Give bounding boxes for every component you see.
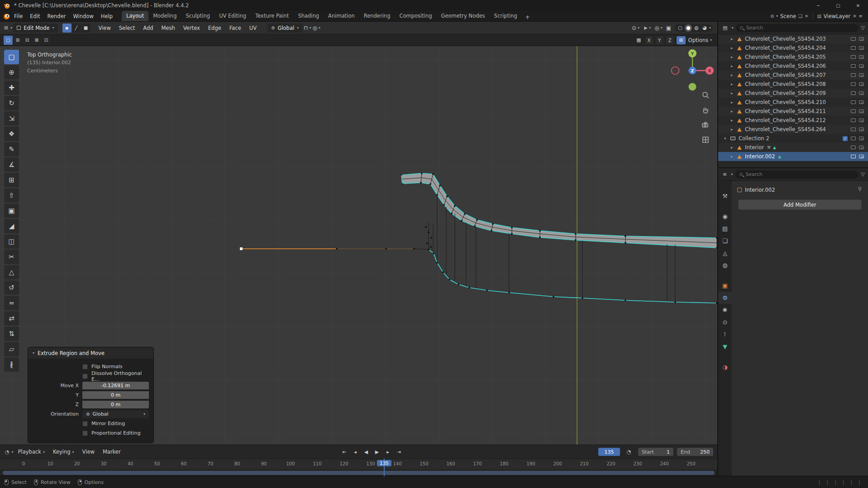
outliner-search[interactable]	[736, 24, 858, 32]
outliner-row[interactable]: ▸ Interior ⚒ ▲ ✓	[718, 143, 868, 152]
timeline-menu[interactable]: Marker▾	[99, 448, 124, 456]
proportional-editing-icon[interactable]: ◎▾	[313, 25, 321, 31]
topbar-menu[interactable]: Edit	[26, 12, 43, 20]
workspace-tab[interactable]: Geometry Nodes	[437, 11, 490, 21]
visibility-icon[interactable]: ⊙▾	[632, 25, 639, 31]
gizmo-y-negative[interactable]	[689, 83, 696, 91]
tool-bevel[interactable]: ◢	[4, 219, 19, 233]
tab-world[interactable]: ◍	[718, 259, 732, 271]
mirror-axis-toggle[interactable]: X	[645, 36, 653, 44]
expand-chevron-icon[interactable]: ▸	[731, 73, 737, 77]
pan-hand-icon[interactable]	[700, 104, 711, 115]
add-workspace-button[interactable]: +	[522, 13, 534, 21]
expand-chevron-icon[interactable]: ▸	[731, 46, 737, 50]
hide-in-viewport-icon[interactable]	[851, 64, 856, 68]
material-shading[interactable]: ◍	[693, 24, 700, 32]
select-invert[interactable]: ⊠	[32, 36, 41, 45]
tool-select-box[interactable]: ▢	[4, 50, 19, 64]
tool-loop-cut[interactable]: ◫	[4, 234, 19, 249]
viewport-menu[interactable]: View	[95, 24, 114, 32]
next-keyframe-button[interactable]: ▸	[383, 447, 393, 457]
vertex-select-mode[interactable]: ▪	[62, 24, 72, 33]
outliner-row[interactable]: ▸ Chevrolet_Chevelle_SS454.209 ⚒ ▲ ✓	[718, 89, 868, 98]
outliner-row[interactable]: ▸ Interior.002 ⚒ ▲ ✓	[718, 152, 868, 161]
disable-in-render-icon[interactable]	[859, 128, 864, 131]
expand-chevron-icon[interactable]: ▸	[731, 100, 737, 104]
gizmo-x-negative[interactable]	[672, 67, 679, 75]
operator-panel-header[interactable]: ▾ Extrude Region and Move	[28, 347, 153, 359]
workspace-tab[interactable]: Texture Paint	[251, 11, 293, 21]
move-value-field[interactable]: 0 m	[82, 401, 149, 408]
close-button[interactable]: ✕	[848, 0, 868, 11]
hide-in-viewport-icon[interactable]	[851, 46, 856, 50]
viewport-menu[interactable]: Select	[115, 24, 138, 32]
overlays-icon[interactable]: ◎▾	[654, 25, 663, 31]
viewport-menu[interactable]: UV	[246, 24, 260, 32]
start-frame-field[interactable]: Start 1	[638, 448, 673, 456]
select-subtract[interactable]: ⊟	[23, 36, 32, 45]
proportional-editing-checkbox[interactable]	[82, 431, 88, 436]
viewlayer-selector[interactable]: ViewLayer	[824, 13, 850, 19]
outliner-row[interactable]: ▸ Chevrolet_Chevelle_SS454.210 ⚒ ▲ ✓	[718, 98, 868, 107]
editor-type-icon[interactable]: ⊞	[3, 25, 10, 31]
outliner-row[interactable]: ▸ Chevrolet_Chevelle_SS454.212 ⚒ ▲ ✓	[718, 116, 868, 125]
disable-in-render-icon[interactable]	[859, 64, 864, 68]
tool-scale[interactable]: ⇲	[4, 111, 19, 126]
expand-chevron-icon[interactable]: ▸	[731, 109, 737, 114]
tool-measure[interactable]: ∡	[4, 157, 19, 172]
tool-move[interactable]: ✚	[4, 81, 19, 95]
end-frame-field[interactable]: End 250	[677, 448, 713, 456]
outliner-search-input[interactable]	[746, 25, 854, 31]
disable-in-render-icon[interactable]	[859, 55, 864, 59]
maximize-button[interactable]: ▢	[828, 0, 848, 11]
edge-select-mode[interactable]: ╱	[72, 24, 81, 33]
tool-cursor[interactable]: ⊕	[4, 65, 19, 80]
topbar-menu[interactable]: Render	[44, 12, 70, 20]
viewport-menu[interactable]: Mesh	[158, 24, 179, 32]
scene-chevron-icon[interactable]: ▾	[776, 14, 778, 18]
mesh-lower-edge[interactable]	[429, 250, 717, 303]
filter-funnel-icon[interactable]: ▽	[861, 25, 865, 31]
timeline-menu[interactable]: View▾	[79, 448, 98, 456]
expand-chevron-icon[interactable]: ▸	[731, 154, 737, 159]
grid-ortho-icon[interactable]	[700, 134, 711, 145]
breadcrumb-object-name[interactable]: Interior.002	[745, 187, 775, 193]
tab-physics[interactable]: ⊙	[718, 316, 732, 328]
select-intersect[interactable]: ⊡	[42, 36, 51, 45]
orientation-dropdown[interactable]: ⊕ Global ▾	[82, 410, 149, 418]
tool-spin[interactable]: ↺	[4, 280, 19, 295]
navigation-gizmo[interactable]: Y X Z	[670, 47, 715, 94]
pin-icon[interactable]	[857, 186, 863, 193]
expand-chevron-icon[interactable]: ▸	[731, 37, 737, 41]
collection-checkbox[interactable]: ✓	[843, 136, 848, 141]
operator-panel[interactable]: ▾ Extrude Region and Move Flip Normals D…	[28, 347, 154, 443]
hide-in-viewport-icon[interactable]	[851, 109, 856, 113]
mirror-axis-toggle[interactable]: Z	[666, 36, 674, 44]
flip-normals-checkbox[interactable]	[82, 364, 88, 370]
hide-in-viewport-icon[interactable]	[851, 37, 856, 41]
outliner-row[interactable]: ▸ Chevrolet_Chevelle_SS454.208 ⚒ ▲ ✓	[718, 80, 868, 89]
expand-chevron-icon[interactable]: ▸	[731, 127, 737, 132]
workspace-tab[interactable]: UV Editing	[215, 11, 251, 21]
frame-ruler[interactable]: 0102030405060708090100110120130140150160…	[0, 459, 717, 469]
current-frame-field[interactable]: 135	[598, 448, 620, 456]
outliner-row[interactable]: ▸ Chevrolet_Chevelle_SS454.203 ⚒ ▲ ✓	[718, 34, 868, 43]
rendered-shading[interactable]: ◕	[701, 24, 708, 32]
hide-in-viewport-icon[interactable]	[851, 82, 856, 86]
xray-toggle-icon[interactable]: ▣▾	[666, 25, 671, 31]
disable-in-render-icon[interactable]	[859, 46, 864, 50]
mirror-axis-toggle[interactable]: Y	[656, 36, 663, 44]
disable-in-render-icon[interactable]	[859, 100, 864, 104]
tab-material[interactable]: ◑	[718, 361, 732, 373]
outliner-row[interactable]: ▸ Chevrolet_Chevelle_SS454.207 ⚒ ▲ ✓	[718, 71, 868, 80]
selected-vertex[interactable]	[240, 247, 243, 250]
disable-in-render-icon[interactable]	[859, 109, 864, 113]
workspace-tab[interactable]: Shading	[293, 11, 324, 21]
hide-in-viewport-icon[interactable]	[851, 73, 856, 77]
outliner-row[interactable]: ▸ Chevrolet_Chevelle_SS454.204 ⚒ ▲ ✓	[718, 43, 868, 52]
properties-editor-icon[interactable]: ≡	[721, 171, 728, 177]
scene-selector[interactable]: Scene	[780, 13, 796, 19]
outliner-row[interactable]: ▸ Chevrolet_Chevelle_SS454.211 ⚒ ▲ ✓	[718, 107, 868, 116]
workspace-tab[interactable]: Animation	[324, 11, 359, 21]
tab-constraints[interactable]: ⊺	[718, 328, 732, 341]
